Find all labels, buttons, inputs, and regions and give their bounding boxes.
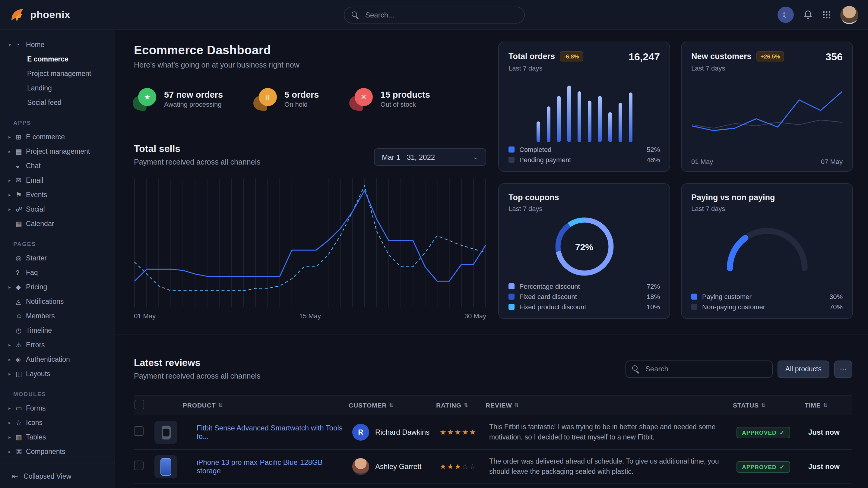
product-link[interactable]: iPhone 13 pro max-Pacific Blue-128GB sto… (197, 458, 352, 475)
total-orders-badge: -6.8% (560, 51, 583, 62)
sidebar-item-project-management[interactable]: ▸▤Project management (0, 144, 115, 159)
card-paying-vs-non-paying: Paying vs non paying Last 7 days Paying … (681, 183, 853, 319)
legend-row-fixed-card-discount: Fixed card discount18% (508, 291, 660, 301)
sidebar-item-starter[interactable]: ◎Starter (0, 251, 115, 265)
chevron-right-icon: ▸ (8, 206, 16, 212)
legend-swatch (508, 293, 515, 299)
chevron-right-icon: ▸ (8, 371, 16, 377)
forms-icon: ▭ (16, 404, 26, 412)
sidebar-item-faq[interactable]: ?Faq (0, 265, 115, 280)
sidebar-item-pricing[interactable]: ▸◆Pricing (0, 280, 115, 294)
card-new-customers: New customers +26.5% Last 7 days 356 01 … (681, 42, 853, 172)
sort-icon: ⇅ (389, 402, 394, 408)
x-icon: × (350, 88, 373, 109)
paying-title: Paying vs non paying (691, 193, 843, 202)
icons-icon: ☆ (16, 419, 26, 426)
product-link[interactable]: Fitbit Sense Advanced Smartwatch with To… (197, 424, 352, 441)
sidebar-item-calendar[interactable]: ▦Calendar (0, 217, 115, 231)
sidebar-item-errors[interactable]: ▸⚠Errors (0, 337, 115, 352)
row-checkbox[interactable] (134, 426, 144, 436)
chevron-right-icon: ▸ (8, 357, 16, 362)
navbar-search-input[interactable] (364, 10, 517, 20)
timeline-icon: ◷ (16, 326, 26, 334)
column-header-review[interactable]: REVIEW⇅ (486, 401, 733, 409)
navbar-search[interactable] (343, 6, 525, 23)
date-range-select[interactable]: Mar 1 - 31, 2022 ⌄ (374, 148, 486, 166)
column-header-customer[interactable]: CUSTOMER⇅ (349, 401, 436, 409)
chevron-right-icon: ▸ (8, 434, 16, 440)
total-sells-x-axis: 01 May 15 May 30 May (134, 312, 486, 320)
legend-swatch (691, 303, 697, 310)
sidebar-item-members[interactable]: ☺Members (0, 308, 115, 323)
new-customers-value: 356 (826, 51, 843, 63)
sidebar-item-notifications[interactable]: ◬Notifications (0, 294, 115, 308)
sidebar-section-pages: PAGES (0, 231, 115, 251)
legend-row-percentage-discount: Percentage discount72% (508, 281, 660, 291)
legend-swatch (508, 157, 515, 162)
column-header-rating[interactable]: RATING⇅ (436, 401, 486, 409)
collapsed-view-toggle[interactable]: ⇤ Collapsed View (0, 464, 115, 488)
total-sells-chart (134, 177, 486, 308)
table-header: PRODUCT⇅CUSTOMER⇅RATING⇅REVIEW⇅STATUS⇅TI… (134, 395, 852, 415)
sidebar-item-landing[interactable]: Landing (0, 81, 115, 95)
sidebar-item-layouts[interactable]: ▸◫Layouts (0, 366, 115, 381)
sidebar-item-components[interactable]: ▸⌘Components (0, 444, 115, 459)
authentication-icon: ◈ (16, 355, 26, 363)
top-coupons-center-value: 72% (553, 215, 616, 278)
sidebar: ▾◔HomeE commerceProject managementLandin… (0, 30, 115, 488)
select-all-checkbox[interactable] (134, 400, 144, 409)
chevron-right-icon: ▸ (8, 284, 16, 290)
notifications-icon: ◬ (16, 297, 26, 305)
legend-row-completed: Completed52% (508, 144, 660, 154)
table-row: iPhone 13 pro max-Pacific Blue-128GB sto… (134, 450, 852, 484)
sidebar-item-forms[interactable]: ▸▭Forms (0, 401, 115, 415)
sidebar-item-tables[interactable]: ▸▥Tables (0, 430, 115, 444)
reviews-search-input[interactable] (644, 364, 766, 374)
sidebar-item-chat[interactable]: ◒Chat (0, 159, 115, 173)
sidebar-item-project-management[interactable]: Project management (0, 66, 115, 81)
sidebar-item-home[interactable]: ▾◔Home (0, 37, 115, 52)
customer-name: Ashley Garrett (375, 462, 421, 471)
theme-toggle-button[interactable]: ☾ (777, 7, 794, 23)
paying-legend: Paying customer30%Non-paying customer70% (691, 291, 843, 312)
sidebar-item-icons[interactable]: ▸☆Icons (0, 415, 115, 430)
stat-value: 57 new orders (164, 90, 223, 99)
column-header-product[interactable]: PRODUCT⇅ (183, 401, 349, 409)
search-icon (351, 11, 359, 19)
stat-on-hold: ||5 ordersOn hold (254, 88, 319, 109)
chevron-down-icon: ▾ (8, 42, 16, 47)
row-checkbox[interactable] (134, 461, 144, 470)
user-avatar[interactable] (840, 6, 858, 24)
top-coupons-legend: Percentage discount72%Fixed card discoun… (508, 281, 660, 312)
sidebar-item-e-commerce[interactable]: ▸⊞E commerce (0, 130, 115, 144)
components-icon: ⌘ (16, 448, 26, 455)
page-title: Ecommerce Dashboard (134, 43, 300, 57)
legend-row-non-paying-customer: Non-paying customer70% (691, 301, 843, 312)
sidebar-item-authentication[interactable]: ▸◈Authentication (0, 352, 115, 366)
sidebar-section-modules: MODULES (0, 381, 115, 401)
apps-grid-icon[interactable] (822, 10, 831, 19)
total-orders-legend: Completed52%Pending payment48% (508, 144, 660, 165)
top-coupons-donut-chart: 72% (553, 215, 616, 278)
sidebar-item-events[interactable]: ▸⚑Events (0, 188, 115, 202)
total-sells-subtitle: Payment received across all channels (134, 158, 260, 166)
sidebar-item-timeline[interactable]: ◷Timeline (0, 323, 115, 337)
stat-value: 5 orders (284, 90, 319, 99)
more-options-button[interactable]: ⋯ (834, 360, 852, 378)
top-coupons-title: Top coupons (508, 193, 660, 202)
sidebar-item-social-feed[interactable]: Social feed (0, 95, 115, 110)
brand[interactable]: phoenix (10, 7, 70, 23)
sidebar-item-social[interactable]: ▸☍Social (0, 202, 115, 217)
home-icon: ◔ (16, 41, 26, 48)
chevron-right-icon: ▸ (8, 420, 16, 425)
sidebar-item-e-commerce[interactable]: E commerce (0, 52, 115, 66)
customer-avatar (352, 458, 369, 475)
email-icon: ✉ (16, 176, 26, 184)
notifications-bell-icon[interactable] (803, 10, 813, 20)
all-products-button[interactable]: All products (777, 360, 829, 378)
product-image (154, 421, 177, 444)
sidebar-item-email[interactable]: ▸✉Email (0, 173, 115, 188)
reviews-search[interactable] (625, 360, 773, 378)
column-header-time[interactable]: TIME⇅ (805, 401, 852, 409)
column-header-status[interactable]: STATUS⇅ (733, 401, 805, 409)
